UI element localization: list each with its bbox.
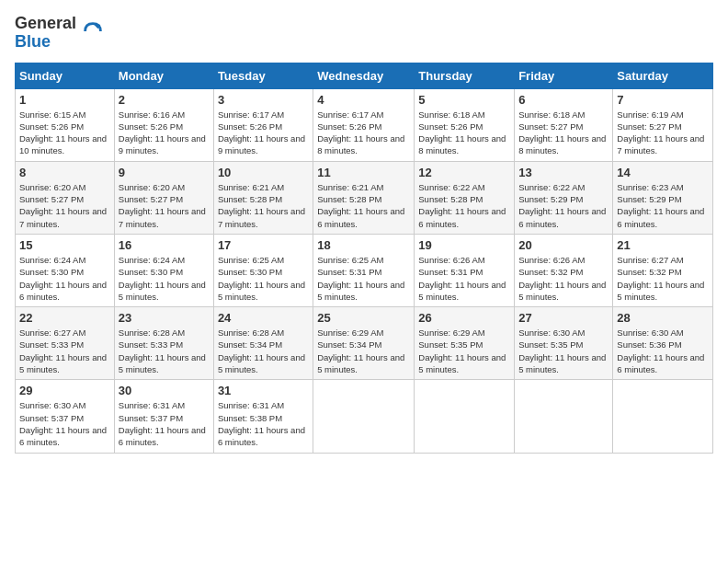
day-number: 8 xyxy=(19,166,110,179)
day-number: 23 xyxy=(119,311,210,325)
day-info: Sunrise: 6:25 AM Sunset: 5:31 PM Dayligh… xyxy=(317,254,410,303)
day-info: Sunrise: 6:17 AM Sunset: 5:26 PM Dayligh… xyxy=(317,109,410,157)
calendar-cell: 5 Sunrise: 6:18 AM Sunset: 5:26 PM Dayli… xyxy=(415,88,515,161)
day-info: Sunrise: 6:21 AM Sunset: 5:28 PM Dayligh… xyxy=(317,181,410,230)
week-row-4: 22 Sunrise: 6:27 AM Sunset: 5:33 PM Dayl… xyxy=(16,307,713,380)
day-number: 19 xyxy=(418,238,510,252)
day-info: Sunrise: 6:23 AM Sunset: 5:29 PM Dayligh… xyxy=(617,181,709,230)
day-header-wednesday: Wednesday xyxy=(313,63,415,88)
calendar-cell xyxy=(415,380,515,453)
day-info: Sunrise: 6:20 AM Sunset: 5:27 PM Dayligh… xyxy=(19,181,110,230)
calendar-cell: 24 Sunrise: 6:28 AM Sunset: 5:34 PM Dayl… xyxy=(213,307,313,380)
calendar-cell xyxy=(613,380,713,453)
day-info: Sunrise: 6:27 AM Sunset: 5:33 PM Dayligh… xyxy=(19,327,110,375)
day-info: Sunrise: 6:26 AM Sunset: 5:31 PM Dayligh… xyxy=(418,254,510,303)
day-number: 27 xyxy=(518,311,609,325)
day-number: 24 xyxy=(218,311,309,325)
day-info: Sunrise: 6:28 AM Sunset: 5:33 PM Dayligh… xyxy=(119,327,210,375)
calendar-cell: 16 Sunrise: 6:24 AM Sunset: 5:30 PM Dayl… xyxy=(114,234,213,306)
day-number: 17 xyxy=(218,238,309,252)
day-info: Sunrise: 6:22 AM Sunset: 5:28 PM Dayligh… xyxy=(418,181,510,230)
day-number: 30 xyxy=(119,384,210,397)
day-number: 15 xyxy=(19,238,110,252)
week-row-2: 8 Sunrise: 6:20 AM Sunset: 5:27 PM Dayli… xyxy=(16,161,713,234)
day-info: Sunrise: 6:16 AM Sunset: 5:26 PM Dayligh… xyxy=(119,109,210,157)
day-info: Sunrise: 6:26 AM Sunset: 5:32 PM Dayligh… xyxy=(518,254,609,303)
day-number: 3 xyxy=(218,93,309,107)
logo: General Blue xyxy=(15,15,106,52)
calendar-cell: 2 Sunrise: 6:16 AM Sunset: 5:26 PM Dayli… xyxy=(114,88,213,161)
calendar-cell: 20 Sunrise: 6:26 AM Sunset: 5:32 PM Dayl… xyxy=(515,234,613,306)
calendar-cell: 4 Sunrise: 6:17 AM Sunset: 5:26 PM Dayli… xyxy=(313,88,415,161)
day-number: 22 xyxy=(19,311,110,325)
day-number: 31 xyxy=(218,384,309,397)
calendar-cell: 27 Sunrise: 6:30 AM Sunset: 5:35 PM Dayl… xyxy=(515,307,613,380)
day-info: Sunrise: 6:30 AM Sunset: 5:36 PM Dayligh… xyxy=(617,327,709,375)
day-header-monday: Monday xyxy=(114,63,213,88)
day-number: 13 xyxy=(518,166,609,179)
week-row-1: 1 Sunrise: 6:15 AM Sunset: 5:26 PM Dayli… xyxy=(16,88,713,161)
calendar-cell: 1 Sunrise: 6:15 AM Sunset: 5:26 PM Dayli… xyxy=(16,88,115,161)
calendar-cell: 12 Sunrise: 6:22 AM Sunset: 5:28 PM Dayl… xyxy=(415,161,515,234)
calendar-cell: 14 Sunrise: 6:23 AM Sunset: 5:29 PM Dayl… xyxy=(613,161,713,234)
day-info: Sunrise: 6:22 AM Sunset: 5:29 PM Dayligh… xyxy=(518,181,609,230)
week-row-3: 15 Sunrise: 6:24 AM Sunset: 5:30 PM Dayl… xyxy=(16,234,713,306)
calendar-table: SundayMondayTuesdayWednesdayThursdayFrid… xyxy=(15,63,713,454)
day-info: Sunrise: 6:19 AM Sunset: 5:27 PM Dayligh… xyxy=(617,109,709,157)
calendar-cell xyxy=(515,380,613,453)
day-info: Sunrise: 6:27 AM Sunset: 5:32 PM Dayligh… xyxy=(617,254,709,303)
day-info: Sunrise: 6:18 AM Sunset: 5:26 PM Dayligh… xyxy=(418,109,510,157)
day-number: 21 xyxy=(617,238,709,252)
calendar-cell: 15 Sunrise: 6:24 AM Sunset: 5:30 PM Dayl… xyxy=(16,234,115,306)
day-number: 18 xyxy=(317,238,410,252)
day-number: 11 xyxy=(317,166,410,179)
day-info: Sunrise: 6:20 AM Sunset: 5:27 PM Dayligh… xyxy=(119,181,210,230)
day-info: Sunrise: 6:31 AM Sunset: 5:38 PM Dayligh… xyxy=(218,399,309,448)
day-number: 5 xyxy=(418,93,510,107)
calendar-cell: 17 Sunrise: 6:25 AM Sunset: 5:30 PM Dayl… xyxy=(213,234,313,306)
page-header: General Blue xyxy=(15,15,713,52)
calendar-cell: 9 Sunrise: 6:20 AM Sunset: 5:27 PM Dayli… xyxy=(114,161,213,234)
calendar-cell: 29 Sunrise: 6:30 AM Sunset: 5:37 PM Dayl… xyxy=(16,380,115,453)
day-info: Sunrise: 6:15 AM Sunset: 5:26 PM Dayligh… xyxy=(19,109,110,157)
day-number: 9 xyxy=(119,166,210,179)
calendar-cell: 6 Sunrise: 6:18 AM Sunset: 5:27 PM Dayli… xyxy=(515,88,613,161)
calendar-cell: 21 Sunrise: 6:27 AM Sunset: 5:32 PM Dayl… xyxy=(613,234,713,306)
day-number: 16 xyxy=(119,238,210,252)
day-number: 7 xyxy=(617,93,709,107)
calendar-cell: 19 Sunrise: 6:26 AM Sunset: 5:31 PM Dayl… xyxy=(415,234,515,306)
day-header-tuesday: Tuesday xyxy=(213,63,313,88)
day-info: Sunrise: 6:29 AM Sunset: 5:34 PM Dayligh… xyxy=(317,327,410,375)
calendar-cell: 22 Sunrise: 6:27 AM Sunset: 5:33 PM Dayl… xyxy=(16,307,115,380)
day-info: Sunrise: 6:17 AM Sunset: 5:26 PM Dayligh… xyxy=(218,109,309,157)
day-info: Sunrise: 6:21 AM Sunset: 5:28 PM Dayligh… xyxy=(218,181,309,230)
day-number: 1 xyxy=(19,93,110,107)
calendar-cell: 26 Sunrise: 6:29 AM Sunset: 5:35 PM Dayl… xyxy=(415,307,515,380)
calendar-cell: 30 Sunrise: 6:31 AM Sunset: 5:37 PM Dayl… xyxy=(114,380,213,453)
day-info: Sunrise: 6:31 AM Sunset: 5:37 PM Dayligh… xyxy=(119,399,210,448)
day-header-sunday: Sunday xyxy=(16,63,115,88)
calendar-cell: 13 Sunrise: 6:22 AM Sunset: 5:29 PM Dayl… xyxy=(515,161,613,234)
calendar-cell: 28 Sunrise: 6:30 AM Sunset: 5:36 PM Dayl… xyxy=(613,307,713,380)
day-info: Sunrise: 6:25 AM Sunset: 5:30 PM Dayligh… xyxy=(218,254,309,303)
day-info: Sunrise: 6:30 AM Sunset: 5:35 PM Dayligh… xyxy=(518,327,609,375)
calendar-header-row: SundayMondayTuesdayWednesdayThursdayFrid… xyxy=(16,63,713,88)
calendar-cell xyxy=(313,380,415,453)
calendar-cell: 18 Sunrise: 6:25 AM Sunset: 5:31 PM Dayl… xyxy=(313,234,415,306)
day-number: 29 xyxy=(19,384,110,397)
day-header-thursday: Thursday xyxy=(415,63,515,88)
day-info: Sunrise: 6:30 AM Sunset: 5:37 PM Dayligh… xyxy=(19,399,110,448)
logo-blue: Blue xyxy=(15,33,76,52)
day-header-saturday: Saturday xyxy=(613,63,713,88)
day-number: 12 xyxy=(418,166,510,179)
day-number: 25 xyxy=(317,311,410,325)
day-number: 26 xyxy=(418,311,510,325)
day-number: 28 xyxy=(617,311,709,325)
calendar-cell: 23 Sunrise: 6:28 AM Sunset: 5:33 PM Dayl… xyxy=(114,307,213,380)
day-info: Sunrise: 6:24 AM Sunset: 5:30 PM Dayligh… xyxy=(19,254,110,303)
day-number: 4 xyxy=(317,93,410,107)
day-info: Sunrise: 6:29 AM Sunset: 5:35 PM Dayligh… xyxy=(418,327,510,375)
day-info: Sunrise: 6:18 AM Sunset: 5:27 PM Dayligh… xyxy=(518,109,609,157)
calendar-cell: 7 Sunrise: 6:19 AM Sunset: 5:27 PM Dayli… xyxy=(613,88,713,161)
day-number: 6 xyxy=(518,93,609,107)
